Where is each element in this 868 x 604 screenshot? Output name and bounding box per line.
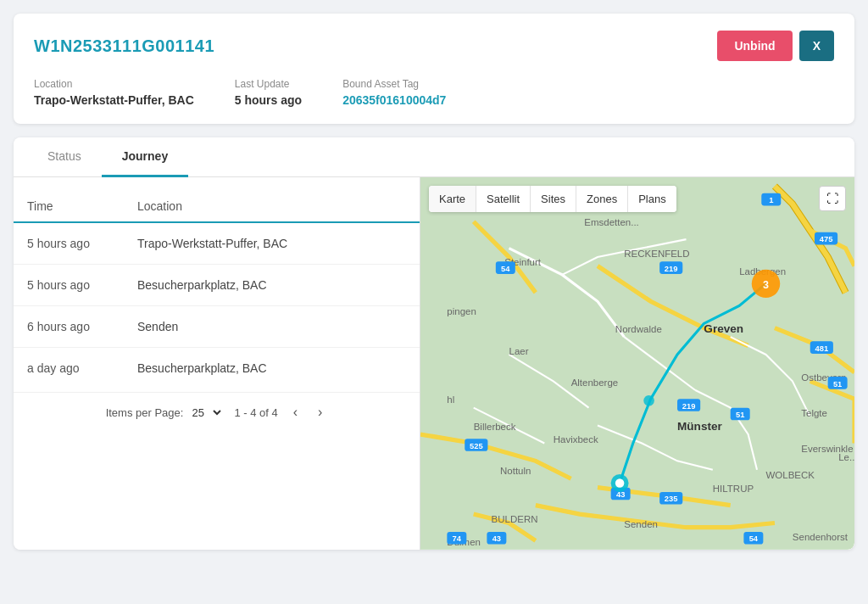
asset-meta: Location Trapo-Werkstatt-Puffer, BAC Las… bbox=[34, 78, 834, 107]
content-area: Time Location 5 hours agoTrapo-Werkstatt… bbox=[14, 177, 854, 550]
svg-text:219: 219 bbox=[665, 264, 678, 273]
map-control-zones[interactable]: Zones bbox=[576, 186, 628, 212]
row-time: 6 hours ago bbox=[14, 306, 124, 348]
svg-text:1: 1 bbox=[769, 195, 773, 204]
svg-text:BULDERN: BULDERN bbox=[492, 514, 538, 524]
table-row: 6 hours agoSenden bbox=[14, 306, 420, 348]
bound-tag-meta: Bound Asset Tag 20635f01610004d7 bbox=[342, 78, 446, 107]
svg-text:Altenberge: Altenberge bbox=[571, 378, 619, 388]
table-row: 5 hours agoBesucherparkplatz, BAC bbox=[14, 265, 420, 306]
journey-table: Time Location 5 hours agoTrapo-Werkstatt… bbox=[14, 191, 420, 389]
tabs-bar: Status Journey bbox=[14, 137, 854, 177]
table-row: 5 hours agoTrapo-Werkstatt-Puffer, BAC bbox=[14, 222, 420, 265]
location-label: Location bbox=[34, 78, 194, 90]
location-value: Trapo-Werkstatt-Puffer, BAC bbox=[34, 93, 194, 107]
row-location: Trapo-Werkstatt-Puffer, BAC bbox=[124, 222, 420, 265]
svg-point-55 bbox=[615, 478, 624, 487]
col-location-header: Location bbox=[124, 191, 420, 222]
row-time: 5 hours ago bbox=[14, 265, 124, 306]
svg-text:pingen: pingen bbox=[447, 306, 476, 316]
svg-text:Telgte: Telgte bbox=[801, 408, 827, 418]
items-per-page-label: Items per Page: bbox=[106, 406, 184, 419]
svg-text:RECKENFELD: RECKENFELD bbox=[624, 249, 689, 259]
tabs-section: Status Journey Time Location 5 hours ago… bbox=[14, 137, 854, 550]
location-meta: Location Trapo-Werkstatt-Puffer, BAC bbox=[34, 78, 194, 107]
items-per-page-wrapper: Items per Page: 25 50 100 bbox=[106, 405, 225, 420]
svg-text:Havixbeck: Havixbeck bbox=[554, 434, 598, 445]
bound-tag-value[interactable]: 20635f01610004d7 bbox=[342, 93, 446, 107]
svg-text:hl: hl bbox=[447, 394, 454, 405]
svg-text:3: 3 bbox=[763, 279, 769, 291]
bound-tag-label: Bound Asset Tag bbox=[342, 78, 446, 90]
svg-text:475: 475 bbox=[820, 234, 833, 243]
table-row: a day agoBesucherparkplatz, BAC bbox=[14, 348, 420, 389]
items-per-page-select[interactable]: 25 50 100 bbox=[188, 405, 224, 420]
row-location: Besucherparkplatz, BAC bbox=[124, 348, 420, 389]
page-info: 1 - 4 of 4 bbox=[234, 406, 277, 419]
svg-text:481: 481 bbox=[815, 344, 828, 353]
row-time: 5 hours ago bbox=[14, 222, 124, 265]
col-time-header: Time bbox=[14, 191, 124, 222]
asset-card-header: W1N2533111G001141 Unbind X bbox=[34, 31, 834, 61]
svg-text:219: 219 bbox=[682, 401, 696, 411]
last-update-meta: Last Update 5 hours ago bbox=[235, 78, 302, 107]
asset-id: W1N2533111G001141 bbox=[34, 36, 214, 56]
close-button[interactable]: X bbox=[799, 31, 834, 61]
svg-text:WOLBECK: WOLBECK bbox=[766, 470, 815, 480]
svg-text:525: 525 bbox=[470, 441, 483, 450]
svg-text:43: 43 bbox=[492, 534, 501, 543]
header-buttons: Unbind X bbox=[717, 31, 834, 61]
svg-point-56 bbox=[643, 395, 654, 406]
svg-text:235: 235 bbox=[665, 494, 678, 503]
tab-journey[interactable]: Journey bbox=[102, 137, 188, 177]
svg-text:Laer: Laer bbox=[509, 346, 528, 356]
journey-panel: Time Location 5 hours agoTrapo-Werkstatt… bbox=[14, 177, 420, 550]
last-update-value: 5 hours ago bbox=[235, 93, 302, 107]
pagination-row: Items per Page: 25 50 100 1 - 4 of 4 ‹ › bbox=[14, 392, 420, 432]
map-svg: Münster Greven Ladbergen Steinfurt RECKE… bbox=[420, 177, 854, 550]
svg-text:Greven: Greven bbox=[704, 322, 743, 335]
svg-text:Nordwalde: Nordwalde bbox=[615, 324, 662, 334]
row-location: Besucherparkplatz, BAC bbox=[124, 265, 420, 306]
map-controls: Karte Satellit Sites Zones Plans bbox=[429, 186, 676, 212]
svg-text:Sendenhorst: Sendenhorst bbox=[793, 532, 849, 542]
svg-text:Münster: Münster bbox=[677, 420, 723, 433]
map-control-sites[interactable]: Sites bbox=[531, 186, 576, 212]
map-panel: Karte Satellit Sites Zones Plans ⛶ bbox=[420, 177, 854, 550]
map-control-satellit[interactable]: Satellit bbox=[476, 186, 531, 212]
map-expand-button[interactable]: ⛶ bbox=[819, 186, 846, 211]
svg-text:51: 51 bbox=[736, 410, 744, 419]
svg-text:HILTRUP: HILTRUP bbox=[713, 484, 754, 494]
next-page-button[interactable]: › bbox=[313, 403, 327, 422]
svg-text:Billerbeck: Billerbeck bbox=[474, 422, 516, 432]
svg-text:Nottuln: Nottuln bbox=[500, 466, 531, 476]
svg-text:Emsdetten...: Emsdetten... bbox=[584, 217, 638, 227]
last-update-label: Last Update bbox=[235, 78, 302, 90]
svg-text:54: 54 bbox=[501, 264, 510, 273]
table-header-row: Time Location bbox=[14, 191, 420, 222]
unbind-button[interactable]: Unbind bbox=[717, 31, 792, 61]
row-time: a day ago bbox=[14, 348, 124, 389]
map-control-karte[interactable]: Karte bbox=[429, 186, 476, 212]
map-control-plans[interactable]: Plans bbox=[628, 186, 676, 212]
svg-text:Senden: Senden bbox=[624, 519, 658, 529]
svg-text:Le...: Le... bbox=[838, 452, 854, 462]
prev-page-button[interactable]: ‹ bbox=[288, 403, 303, 422]
svg-text:51: 51 bbox=[833, 379, 842, 389]
row-location: Senden bbox=[124, 306, 420, 348]
svg-text:54: 54 bbox=[749, 534, 759, 543]
asset-card: W1N2533111G001141 Unbind X Location Trap… bbox=[14, 14, 854, 124]
tab-status[interactable]: Status bbox=[27, 137, 102, 177]
svg-text:74: 74 bbox=[453, 534, 462, 543]
